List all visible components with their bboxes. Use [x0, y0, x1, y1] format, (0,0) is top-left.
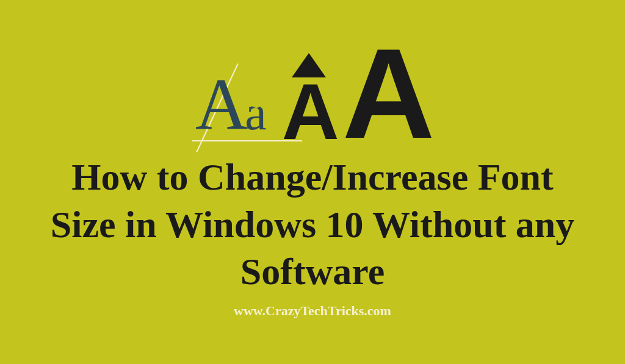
bold-a-small: A [282, 82, 336, 142]
serif-capital-a: A [195, 68, 248, 141]
serif-lowercase-a: a [245, 88, 267, 137]
font-size-graphic: A a A A [195, 46, 430, 142]
serif-letters-group: A a [195, 68, 267, 141]
article-headline: How to Change/Increase Font Size in Wind… [38, 154, 587, 296]
bold-a-large: A [342, 46, 430, 142]
accent-circle-icon [252, 99, 261, 108]
increase-font-icon: A [282, 53, 336, 142]
website-url: www.CrazyTechTricks.com [234, 303, 391, 319]
